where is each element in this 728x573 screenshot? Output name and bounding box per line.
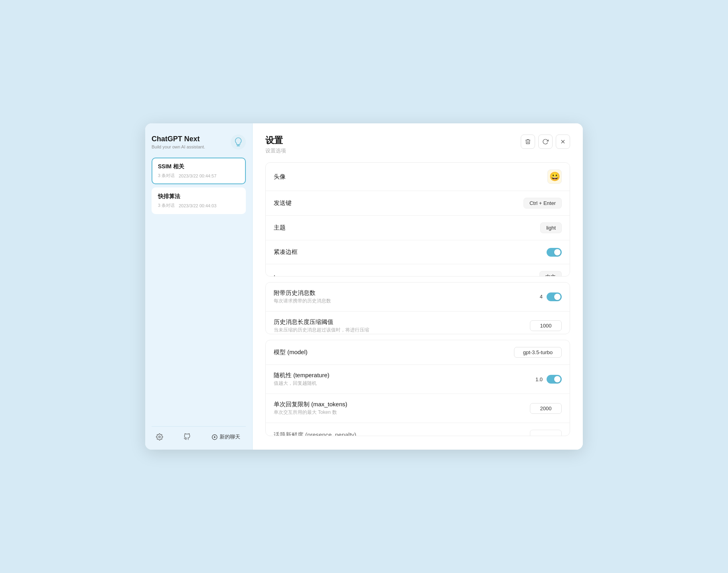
- history-count-label: 附带历史消息数: [274, 289, 331, 297]
- max-tokens-label: 单次回复限制 (max_tokens): [274, 401, 347, 408]
- new-chat-button[interactable]: 新的聊天: [208, 431, 244, 443]
- history-count-labels: 附带历史消息数 每次请求携带的历史消息数: [274, 289, 331, 304]
- model-label: 模型 (model): [274, 349, 308, 356]
- language-badge[interactable]: 中文: [539, 271, 562, 277]
- compact-toggle[interactable]: [547, 248, 562, 257]
- settings-section-model: 模型 (model) 随机性 (temperature) 值越大，回复越随机 1…: [265, 340, 570, 436]
- settings-title: 设置: [265, 134, 286, 146]
- language-value: 中文: [539, 271, 562, 277]
- settings-icon: [156, 433, 163, 440]
- presence-penalty-label: 话题新鲜度 (presence_penalty): [274, 431, 356, 436]
- settings-row-language: Language 中文: [266, 264, 570, 277]
- max-tokens-labels: 单次回复限制 (max_tokens) 单次交互所用的最大 Token 数: [274, 401, 347, 416]
- settings-title-block: 设置 设置选项: [265, 134, 286, 154]
- history-count-toggle[interactable]: [547, 292, 562, 301]
- close-button[interactable]: [556, 134, 570, 149]
- chat-item-chat-1[interactable]: SSIM 相关 3 条对话 2023/3/22 00:44:57: [152, 158, 246, 184]
- model-value: [514, 347, 562, 358]
- chat-item-count: 3 条对话: [158, 203, 175, 209]
- avatar-emoji[interactable]: 😀: [547, 170, 562, 184]
- max-tokens-sublabel: 单次交互所用的最大 Token 数: [274, 409, 347, 416]
- chat-item-meta: 3 条对话 2023/3/22 00:44:57: [158, 173, 239, 179]
- plus-circle-icon: [212, 434, 218, 440]
- max-tokens-input[interactable]: [530, 403, 562, 414]
- settings-header-actions: [521, 134, 570, 149]
- settings-icon-button[interactable]: [153, 431, 166, 443]
- chat-item-title: SSIM 相关: [158, 163, 239, 170]
- theme-label: 主题: [274, 224, 286, 232]
- history-count-num: 4: [535, 294, 543, 300]
- compress-threshold-labels: 历史消息长度压缩阈值 当未压缩的历史消息超过该值时，将进行压缩: [274, 318, 369, 333]
- presence-penalty-value: [530, 430, 562, 436]
- settings-section-history: 附带历史消息数 每次请求携带的历史消息数 4 历史消息长度压缩阈值 当未压缩的历…: [265, 282, 570, 334]
- history-count-value: 4: [535, 292, 562, 301]
- settings-row-temperature: 随机性 (temperature) 值越大，回复越随机 1.0: [266, 365, 570, 394]
- language-label: Language: [274, 274, 300, 277]
- svg-point-0: [159, 436, 161, 438]
- settings-row-history-count: 附带历史消息数 每次请求携带的历史消息数 4: [266, 283, 570, 312]
- sidebar: ChatGPT Next Build your own AI assistant…: [145, 123, 253, 450]
- sendkey-label: 发送键: [274, 199, 292, 207]
- temperature-sublabel: 值越大，回复越随机: [274, 380, 329, 387]
- chat-item-chat-2[interactable]: 快排算法 3 条对话 2023/3/22 00:44:03: [152, 187, 246, 214]
- chat-item-date: 2023/3/22 00:44:03: [179, 203, 216, 208]
- theme-badge[interactable]: light: [540, 222, 562, 233]
- temperature-label: 随机性 (temperature): [274, 372, 329, 379]
- compress-threshold-label: 历史消息长度压缩阈值: [274, 318, 369, 326]
- settings-row-model: 模型 (model): [266, 340, 570, 365]
- sidebar-subtitle: Build your own AI assistant.: [152, 144, 205, 149]
- avatar-value[interactable]: 😀: [547, 170, 562, 184]
- settings-header: 设置 设置选项: [265, 134, 570, 154]
- history-count-sublabel: 每次请求携带的历史消息数: [274, 298, 331, 304]
- settings-row-avatar: 头像 😀: [266, 163, 570, 191]
- temperature-toggle[interactable]: [547, 375, 562, 384]
- settings-row-max-tokens: 单次回复限制 (max_tokens) 单次交互所用的最大 Token 数: [266, 394, 570, 423]
- logo-icon: [233, 137, 243, 147]
- settings-section-basic: 头像 😀 发送键 Ctrl + Enter 主题 light: [265, 162, 570, 277]
- settings-subtitle: 设置选项: [265, 147, 286, 154]
- chat-item-date: 2023/3/22 00:44:57: [179, 173, 216, 178]
- max-tokens-value: [530, 403, 562, 414]
- compact-label: 紧凑边框: [274, 248, 298, 256]
- compact-value: [547, 248, 562, 257]
- settings-row-compress-threshold: 历史消息长度压缩阈值 当未压缩的历史消息超过该值时，将进行压缩: [266, 312, 570, 334]
- sidebar-header: ChatGPT Next Build your own AI assistant…: [152, 134, 246, 150]
- avatar-label: 头像: [274, 173, 286, 181]
- sendkey-badge[interactable]: Ctrl + Enter: [524, 198, 562, 209]
- main-panel: 设置 设置选项: [253, 123, 583, 450]
- temperature-num: 1.0: [535, 376, 543, 382]
- app-logo: [231, 134, 246, 150]
- theme-value: light: [540, 222, 562, 233]
- github-icon: [183, 433, 191, 440]
- compress-threshold-value: [530, 320, 562, 331]
- settings-row-compact: 紧凑边框: [266, 240, 570, 264]
- sidebar-footer: 新的聊天: [152, 426, 246, 443]
- temperature-labels: 随机性 (temperature) 值越大，回复越随机: [274, 372, 329, 387]
- sidebar-title: ChatGPT Next: [152, 135, 205, 144]
- settings-row-presence-penalty: 话题新鲜度 (presence_penalty): [266, 423, 570, 436]
- compress-threshold-input[interactable]: [530, 320, 562, 331]
- settings-body: 头像 😀 发送键 Ctrl + Enter 主题 light: [265, 162, 570, 450]
- temperature-value: 1.0: [535, 375, 562, 384]
- refresh-button[interactable]: [538, 134, 553, 149]
- chat-list: SSIM 相关 3 条对话 2023/3/22 00:44:57 快排算法 3 …: [152, 158, 246, 421]
- chat-item-title: 快排算法: [158, 193, 239, 200]
- chat-item-meta: 3 条对话 2023/3/22 00:44:03: [158, 203, 239, 209]
- sidebar-brand: ChatGPT Next Build your own AI assistant…: [152, 135, 205, 149]
- new-chat-label: 新的聊天: [220, 433, 240, 440]
- refresh-icon: [542, 138, 549, 145]
- trash-icon: [525, 138, 531, 145]
- app-window: ChatGPT Next Build your own AI assistant…: [145, 123, 583, 450]
- settings-row-theme: 主题 light: [266, 216, 570, 240]
- reset-button[interactable]: [521, 134, 535, 149]
- settings-row-sendkey: 发送键 Ctrl + Enter: [266, 191, 570, 216]
- presence-penalty-labels: 话题新鲜度 (presence_penalty): [274, 431, 356, 436]
- compress-threshold-sublabel: 当未压缩的历史消息超过该值时，将进行压缩: [274, 327, 369, 333]
- close-icon: [560, 138, 566, 145]
- chat-item-count: 3 条对话: [158, 173, 175, 179]
- presence-penalty-input[interactable]: [530, 430, 562, 436]
- sendkey-value: Ctrl + Enter: [524, 198, 562, 209]
- model-input[interactable]: [514, 347, 562, 358]
- github-icon-button[interactable]: [181, 431, 193, 443]
